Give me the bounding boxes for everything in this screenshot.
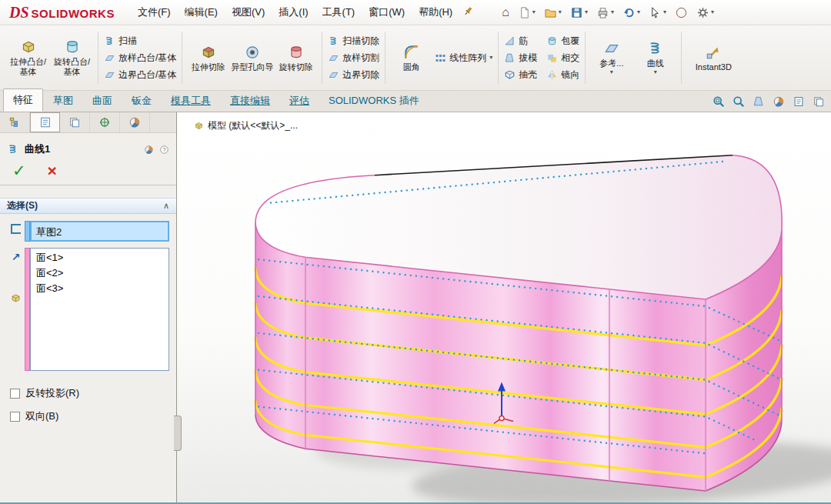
caret-icon: ▾ xyxy=(611,9,614,15)
ribbon-separator xyxy=(681,32,682,84)
wrap-icon xyxy=(546,35,558,47)
lofted-cut-button[interactable]: 放样切割 xyxy=(326,52,381,65)
cancel-button[interactable]: × xyxy=(48,162,57,179)
reverse-projection-row: 反转投影(R) xyxy=(10,386,169,400)
display-manager-tab[interactable] xyxy=(120,112,150,132)
section-view-icon xyxy=(753,95,765,108)
configuration-manager-tab[interactable] xyxy=(60,112,90,132)
graphics-area[interactable]: 模型 (默认<<默认>_... xyxy=(177,112,831,502)
tab-solidworks-addins[interactable]: SOLIDWORKS 插件 xyxy=(319,90,429,112)
menu-tools[interactable]: 工具(T) xyxy=(315,1,362,24)
menu-insert[interactable]: 插入(I) xyxy=(272,1,315,24)
zoom-fit-button[interactable] xyxy=(733,95,745,108)
extruded-boss-button[interactable]: 拉伸凸台/基体 xyxy=(6,35,50,79)
tab-surfaces[interactable]: 曲面 xyxy=(83,90,122,112)
swept-boss-icon xyxy=(104,35,115,47)
caret-icon: ▾ xyxy=(585,9,588,15)
revolved-cut-icon xyxy=(288,44,305,61)
shell-button[interactable]: 抽壳 xyxy=(502,68,539,82)
tab-direct-editing[interactable]: 直接编辑 xyxy=(221,90,279,112)
wrap-button[interactable]: 包覆 xyxy=(545,35,581,48)
sketch-selection-row: 草图2 xyxy=(7,221,169,242)
lofted-cut-label: 放样切割 xyxy=(342,52,379,65)
revolved-cut-button[interactable]: 旋转切除 xyxy=(274,41,318,75)
collapse-chevron-icon[interactable]: ∧ xyxy=(163,201,169,211)
feature-manager-tree-tab[interactable] xyxy=(0,112,30,132)
extruded-boss-icon xyxy=(20,38,37,55)
menu-help[interactable]: 帮助(H) xyxy=(412,1,459,24)
menu-view[interactable]: 视图(V) xyxy=(225,1,272,24)
model-tree-root[interactable]: 模型 (默认<<默认>_... xyxy=(194,119,298,132)
new-document-button[interactable]: ▾ xyxy=(518,6,536,19)
sketch-selection-field[interactable]: 草图2 xyxy=(30,221,169,242)
curves-button[interactable]: 曲线 ▾ xyxy=(633,37,677,79)
help-icon[interactable] xyxy=(159,145,169,155)
extruded-cut-button[interactable]: 拉伸切除 xyxy=(186,41,230,75)
boundary-boss-button[interactable]: 边界凸台/基体 xyxy=(102,68,178,82)
property-manager-tab[interactable] xyxy=(30,112,60,132)
bidirectional-row: 双向(B) xyxy=(10,409,169,423)
linear-pattern-button[interactable]: 线性阵列 ▾ xyxy=(433,52,494,65)
undo-button[interactable]: ▾ xyxy=(622,6,640,19)
tab-features[interactable]: 特征 xyxy=(3,88,43,112)
hole-wizard-button[interactable]: 异型孔向导 xyxy=(230,41,274,75)
reference-geometry-button[interactable]: 参考... ▾ xyxy=(589,37,633,79)
menu-window[interactable]: 窗口(W) xyxy=(362,1,412,24)
pin-icon[interactable] xyxy=(144,145,154,155)
boundary-boss-label: 边界凸台/基体 xyxy=(118,68,176,82)
curves-icon xyxy=(647,40,664,57)
dimxpert-manager-icon xyxy=(98,116,111,129)
draft-button[interactable]: 拔模 xyxy=(502,52,539,65)
lofted-boss-button[interactable]: 放样凸台/基体 xyxy=(102,52,178,65)
instant3d-button[interactable]: Instant3D xyxy=(686,41,741,75)
zoom-area-button[interactable] xyxy=(713,95,725,108)
display-style-button[interactable] xyxy=(773,95,785,108)
intersect-button[interactable]: 相交 xyxy=(545,52,581,65)
selection-group-header[interactable]: 选择(S) ∧ xyxy=(0,198,176,214)
bidirectional-checkbox[interactable] xyxy=(10,412,20,422)
shell-label: 抽壳 xyxy=(519,68,537,82)
tab-evaluate[interactable]: 评估 xyxy=(280,90,319,112)
reverse-projection-checkbox[interactable] xyxy=(10,389,20,399)
menu-edit[interactable]: 编辑(E) xyxy=(178,1,225,24)
home-button[interactable]: ⌂ xyxy=(502,6,509,18)
ok-button[interactable]: ✓ xyxy=(12,162,26,179)
mirror-button[interactable]: 镜向 xyxy=(545,68,581,82)
face-list-item[interactable]: 面<3> xyxy=(31,281,169,296)
dimxpert-manager-tab[interactable] xyxy=(90,112,120,132)
rib-button[interactable]: 筋 xyxy=(502,35,529,48)
tab-sheet-metal[interactable]: 钣金 xyxy=(122,90,161,112)
options-button[interactable]: ▾ xyxy=(696,6,714,19)
faces-selection-row: ↗ 面<1> 面<2> 面<3> xyxy=(7,248,169,371)
document-sheet-button[interactable] xyxy=(793,95,805,108)
menu-file[interactable]: 文件(F) xyxy=(131,1,178,24)
print-button[interactable]: ▾ xyxy=(596,6,614,19)
pin-menu-button[interactable] xyxy=(462,5,474,19)
section-view-button[interactable] xyxy=(753,95,765,108)
pin-icon xyxy=(462,5,474,17)
face-list-item[interactable]: 面<2> xyxy=(31,265,169,281)
panel-splitter-handle[interactable] xyxy=(174,416,182,451)
intersect-icon xyxy=(546,52,558,64)
model-viewport[interactable] xyxy=(177,112,831,502)
tab-mold-tools[interactable]: 模具工具 xyxy=(162,90,220,112)
face-list-item[interactable]: 面<1> xyxy=(31,250,169,265)
curves-label: 曲线 xyxy=(647,58,664,68)
revolved-boss-button[interactable]: 旋转凸台/基体 xyxy=(50,35,94,79)
swept-boss-button[interactable]: 扫描 xyxy=(102,35,138,48)
draft-icon xyxy=(504,52,516,64)
save-button[interactable]: ▾ xyxy=(570,6,588,19)
faces-list-box[interactable]: 面<1> 面<2> 面<3> xyxy=(30,248,169,371)
swept-cut-button[interactable]: 扫描切除 xyxy=(326,35,381,48)
wrap-label: 包覆 xyxy=(561,35,579,48)
boundary-cut-button[interactable]: 边界切除 xyxy=(326,68,381,82)
quick-toolbar: ⌂ ▾ ▾ ▾ ▾ ▾ ▾ xyxy=(502,6,714,19)
dassault-logo-mark: DS xyxy=(9,4,29,22)
tab-sketch[interactable]: 草图 xyxy=(44,90,82,112)
configurations-button[interactable] xyxy=(813,95,825,108)
select-button[interactable]: ▾ xyxy=(649,6,666,19)
open-button[interactable]: ▾ xyxy=(544,6,562,19)
view-toolbar xyxy=(706,95,831,112)
fillet-button[interactable]: 圆角 xyxy=(389,41,433,75)
appearance-button[interactable] xyxy=(675,6,688,19)
